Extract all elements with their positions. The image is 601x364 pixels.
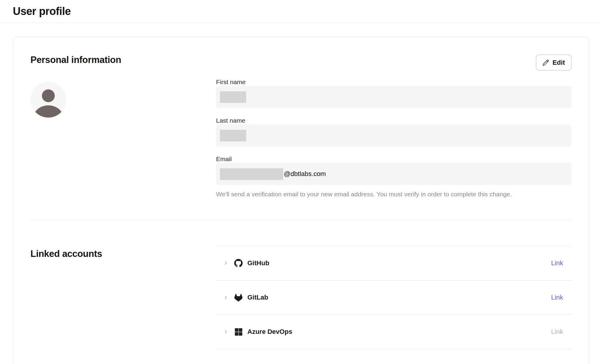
gitlab-icon [234, 293, 243, 302]
first-name-label: First name [216, 78, 571, 86]
last-name-label: Last name [216, 117, 571, 124]
last-name-field-group: Last name [216, 117, 571, 146]
chevron-right-icon[interactable] [223, 329, 229, 334]
first-name-field-group: First name [216, 78, 571, 108]
linked-accounts-section: Linked accounts GitHub Link GitLab Link [30, 246, 571, 349]
email-label: Email [216, 155, 571, 163]
account-name-azure-devops: Azure DevOps [247, 328, 292, 336]
gitlab-link-action[interactable]: Link [551, 294, 563, 301]
redacted-first-name-value [220, 91, 246, 103]
pencil-icon [543, 59, 549, 66]
email-field-group: Email @dbtlabs.com We'll send a verifica… [216, 155, 571, 198]
chevron-right-icon[interactable] [223, 260, 229, 266]
linked-account-row-gitlab: GitLab Link [216, 280, 571, 315]
section-divider [30, 220, 571, 220]
email-help-text: We'll send a verification email to your … [216, 190, 571, 198]
avatar [30, 82, 66, 118]
edit-button[interactable]: Edit [536, 55, 571, 70]
page-title: User profile [13, 5, 71, 18]
chevron-right-icon[interactable] [223, 295, 229, 300]
page-header: User profile [0, 0, 601, 23]
azure-devops-link-action-disabled: Link [551, 328, 563, 336]
github-link-action[interactable]: Link [551, 259, 563, 267]
linked-accounts-list: GitHub Link GitLab Link Azure DevOps [216, 246, 571, 349]
personal-information-section: Personal information Edit [30, 55, 571, 198]
account-name-gitlab: GitLab [247, 294, 268, 301]
edit-button-label: Edit [552, 59, 565, 67]
last-name-input [216, 124, 571, 146]
email-input: @dbtlabs.com [216, 163, 571, 185]
user-profile-card: Personal information Edit [13, 37, 589, 364]
redacted-last-name-value [220, 130, 246, 141]
redacted-email-local-part [220, 168, 283, 180]
personal-information-title: Personal information [30, 55, 121, 65]
linked-accounts-title: Linked accounts [30, 249, 216, 259]
avatar-column [30, 78, 216, 198]
azure-devops-icon [234, 328, 243, 336]
linked-account-row-azure-devops: Azure DevOps Link [216, 315, 571, 349]
github-icon [234, 259, 243, 267]
first-name-input [216, 86, 571, 108]
email-domain-text: @dbtlabs.com [284, 170, 326, 178]
account-name-github: GitHub [247, 259, 269, 267]
linked-account-row-github: GitHub Link [216, 246, 571, 280]
